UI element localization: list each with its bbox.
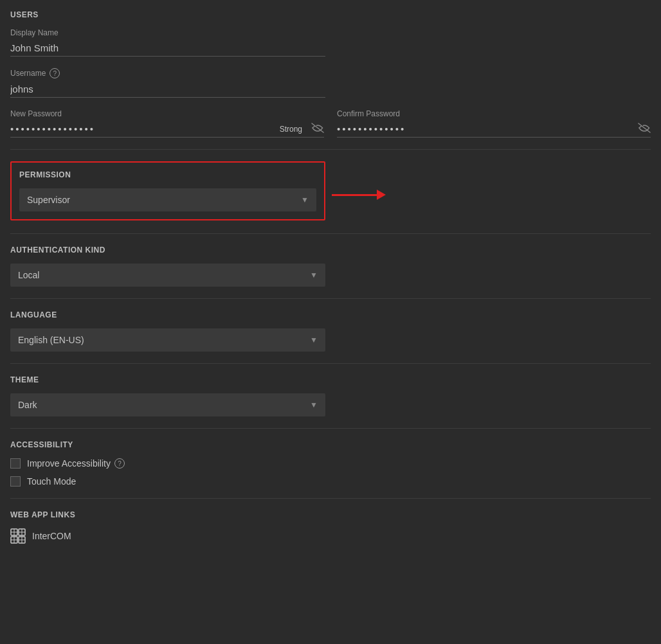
permission-section-title: PERMISSION	[19, 170, 316, 179]
annotation-arrow	[332, 190, 386, 200]
confirm-password-label: Confirm Password	[337, 109, 651, 118]
improve-accessibility-checkbox[interactable]	[10, 458, 21, 469]
language-select-wrapper: English (EN-US) French (FR) German (DE) …	[10, 328, 325, 352]
display-name-input[interactable]	[10, 40, 325, 57]
permission-select[interactable]: Supervisor Administrator Operator Viewer	[19, 188, 316, 211]
web-app-links-section: WEB APP LINKS InterCOM	[10, 510, 651, 544]
new-password-field: New Password Strong	[10, 109, 324, 138]
language-title: LANGUAGE	[10, 310, 651, 319]
permission-select-wrapper: Supervisor Administrator Operator Viewer…	[19, 188, 316, 211]
divider-accessibility-weblinks	[10, 498, 651, 499]
language-section: LANGUAGE English (EN-US) French (FR) Ger…	[10, 310, 651, 352]
web-app-links-title: WEB APP LINKS	[10, 510, 651, 519]
password-strength-label: Strong	[280, 125, 302, 134]
username-label: Username ?	[10, 68, 325, 78]
intercom-item: InterCOM	[10, 528, 651, 544]
theme-select[interactable]: Dark Light	[10, 393, 325, 416]
confirm-password-input[interactable]	[337, 121, 651, 138]
new-password-label: New Password	[10, 109, 324, 118]
divider-language-theme	[10, 363, 651, 364]
display-name-field: Display Name	[10, 28, 325, 57]
password-row: New Password Strong Confirm Password	[10, 109, 651, 138]
new-password-input[interactable]	[10, 121, 324, 138]
new-password-toggle-icon[interactable]	[311, 123, 324, 136]
auth-kind-section: AUTHENTICATION KIND Local LDAP ▼	[10, 246, 651, 287]
theme-section: THEME Dark Light ▼	[10, 375, 651, 416]
page-container: USERS Display Name Username ? New Passwo…	[0, 0, 661, 569]
auth-kind-select[interactable]: Local LDAP	[10, 264, 325, 287]
language-select[interactable]: English (EN-US) French (FR) German (DE) …	[10, 328, 325, 352]
username-input[interactable]	[10, 81, 325, 98]
permission-box: PERMISSION Supervisor Administrator Oper…	[10, 161, 325, 220]
touch-mode-label: Touch Mode	[27, 476, 76, 487]
confirm-password-toggle-icon[interactable]	[638, 123, 651, 136]
divider-auth-language	[10, 298, 651, 299]
arrow-line	[332, 194, 377, 196]
touch-mode-checkbox[interactable]	[10, 476, 21, 487]
accessibility-section: ACCESSIBILITY Improve Accessibility ? To…	[10, 440, 651, 487]
theme-select-wrapper: Dark Light ▼	[10, 393, 325, 416]
divider-users-permission	[10, 149, 651, 150]
divider-theme-accessibility	[10, 428, 651, 429]
theme-title: THEME	[10, 375, 651, 384]
improve-accessibility-label: Improve Accessibility ?	[27, 458, 125, 469]
auth-kind-title: AUTHENTICATION KIND	[10, 246, 651, 255]
improve-accessibility-row: Improve Accessibility ?	[10, 458, 651, 469]
confirm-password-field: Confirm Password	[337, 109, 651, 138]
accessibility-title: ACCESSIBILITY	[10, 440, 651, 449]
accessibility-help-icon[interactable]: ?	[114, 458, 125, 469]
intercom-label[interactable]: InterCOM	[32, 531, 71, 541]
username-field: Username ?	[10, 68, 325, 98]
arrow-head-icon	[377, 190, 386, 200]
auth-kind-select-wrapper: Local LDAP ▼	[10, 264, 325, 287]
divider-permission-auth	[10, 233, 651, 234]
intercom-icon	[10, 528, 26, 544]
username-help-icon[interactable]: ?	[50, 68, 60, 78]
display-name-label: Display Name	[10, 28, 325, 37]
new-password-wrapper: Strong	[10, 121, 324, 138]
permission-section: PERMISSION Supervisor Administrator Oper…	[10, 161, 651, 220]
touch-mode-row: Touch Mode	[10, 476, 651, 487]
users-section-title: USERS	[10, 10, 651, 19]
confirm-password-wrapper	[337, 121, 651, 138]
